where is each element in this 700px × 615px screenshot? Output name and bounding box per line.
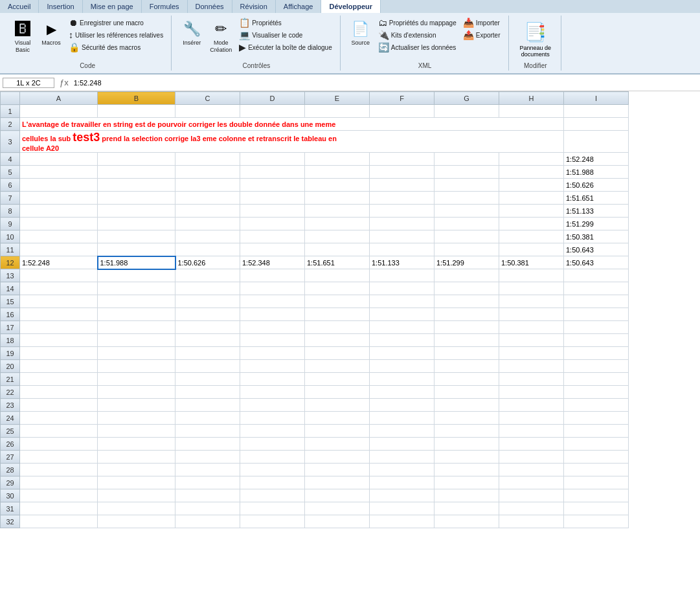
cell-g12[interactable]: 1:51.299 — [435, 256, 499, 269]
macros-button[interactable]: ▶ Macros — [38, 17, 65, 49]
enregistrer-macro-button[interactable]: ⏺ Enregistrer une macro — [66, 17, 166, 28]
inserer-button[interactable]: 🔧 Insérer — [178, 17, 205, 49]
cell-e9[interactable] — [305, 218, 370, 230]
importer-button[interactable]: 📥 Importer — [460, 17, 503, 28]
cell-e8[interactable] — [305, 205, 370, 218]
securite-macros-button[interactable]: 🔒 Sécurité des macros — [66, 41, 166, 53]
cell-i7[interactable]: 1:51.651 — [564, 192, 629, 205]
cell-h1[interactable] — [499, 105, 564, 118]
kits-extension-button[interactable]: 🔌 Kits d'extension — [376, 29, 459, 41]
cell-i4[interactable]: 1:52.248 — [564, 153, 629, 166]
visualiser-code-button[interactable]: 💻 Visualiser le code — [236, 29, 335, 41]
cell-f9[interactable] — [370, 218, 435, 230]
cell-f1[interactable] — [370, 105, 435, 118]
cell-a4[interactable] — [20, 153, 98, 166]
cell-d7[interactable] — [240, 192, 305, 205]
cell-c4[interactable] — [175, 153, 240, 166]
cell-i6[interactable]: 1:50.626 — [564, 179, 629, 192]
proprietes-mappage-button[interactable]: 🗂 Propriétés du mappage — [376, 17, 459, 28]
cell-g8[interactable] — [435, 205, 499, 218]
cell-g11[interactable] — [435, 243, 499, 256]
cell-h4[interactable] — [499, 153, 564, 166]
col-header-i[interactable]: I — [564, 92, 629, 105]
col-header-e[interactable]: E — [305, 92, 370, 105]
cell-f4[interactable] — [370, 153, 435, 166]
cell-b9[interactable] — [98, 218, 175, 230]
cell-h12[interactable]: 1:50.381 — [499, 256, 564, 269]
cell-e10[interactable] — [305, 230, 370, 243]
cell-i11[interactable]: 1:50.643 — [564, 243, 629, 256]
cell-f6[interactable] — [370, 179, 435, 192]
cell-a10[interactable] — [20, 230, 98, 243]
name-box[interactable] — [3, 78, 54, 88]
cell-f10[interactable] — [370, 230, 435, 243]
cell-b12[interactable]: 1:51.988 — [98, 256, 175, 269]
cell-i8[interactable]: 1:51.133 — [564, 205, 629, 218]
cell-f5[interactable] — [370, 166, 435, 179]
cell-c11[interactable] — [175, 243, 240, 256]
cell-a11[interactable] — [20, 243, 98, 256]
cell-d10[interactable] — [240, 230, 305, 243]
cell-c12[interactable]: 1:50.626 — [175, 256, 240, 269]
cell-d5[interactable] — [240, 166, 305, 179]
cell-i3[interactable] — [564, 131, 629, 153]
cell-d6[interactable] — [240, 179, 305, 192]
cell-b11[interactable] — [98, 243, 175, 256]
cell-a3-merged[interactable]: cellules la sub test3 prend la selection… — [20, 131, 564, 153]
cell-b8[interactable] — [98, 205, 175, 218]
cell-d11[interactable] — [240, 243, 305, 256]
references-relatives-button[interactable]: ↕ Utiliser les références relatives — [66, 29, 166, 41]
tab-mise-en-page[interactable]: Mise en page — [83, 0, 142, 13]
col-header-g[interactable]: G — [435, 92, 499, 105]
cell-h5[interactable] — [499, 166, 564, 179]
cell-a8[interactable] — [20, 205, 98, 218]
cell-i9[interactable]: 1:51.299 — [564, 218, 629, 230]
cell-c5[interactable] — [175, 166, 240, 179]
col-header-b[interactable]: B — [98, 92, 175, 105]
cell-i5[interactable]: 1:51.988 — [564, 166, 629, 179]
cell-a12[interactable]: 1:52.248 — [20, 256, 98, 269]
tab-revision[interactable]: Révision — [232, 0, 276, 13]
cell-e5[interactable] — [305, 166, 370, 179]
cell-a6[interactable] — [20, 179, 98, 192]
cell-h8[interactable] — [499, 205, 564, 218]
cell-f8[interactable] — [370, 205, 435, 218]
cell-d12[interactable]: 1:52.348 — [240, 256, 305, 269]
cell-a5[interactable] — [20, 166, 98, 179]
cell-a9[interactable] — [20, 218, 98, 230]
cell-h7[interactable] — [499, 192, 564, 205]
cell-f11[interactable] — [370, 243, 435, 256]
tab-affichage[interactable]: Affichage — [276, 0, 322, 13]
cell-b1[interactable] — [98, 105, 175, 118]
cell-g1[interactable] — [435, 105, 499, 118]
cell-b5[interactable] — [98, 166, 175, 179]
cell-i12[interactable]: 1:50.643 — [564, 256, 629, 269]
cell-d1[interactable] — [240, 105, 305, 118]
tab-donnees[interactable]: Données — [188, 0, 232, 13]
cell-i10[interactable]: 1:50.381 — [564, 230, 629, 243]
cell-e12[interactable]: 1:51.651 — [305, 256, 370, 269]
cell-c6[interactable] — [175, 179, 240, 192]
tab-formules[interactable]: Formules — [142, 0, 188, 13]
col-header-c[interactable]: C — [175, 92, 240, 105]
cell-b6[interactable] — [98, 179, 175, 192]
executer-boite-button[interactable]: ▶ Exécuter la boîte de dialogue — [236, 41, 335, 53]
tab-accueil[interactable]: Accueil — [0, 0, 39, 13]
spreadsheet[interactable]: A B C D E F G H I 1 — [0, 91, 700, 612]
panneau-documents-button[interactable]: 📑 Panneau dedocuments — [515, 17, 556, 61]
tab-developpeur[interactable]: Développeur — [321, 0, 381, 13]
cell-g5[interactable] — [435, 166, 499, 179]
source-button[interactable]: 📄 Source — [347, 17, 374, 49]
cell-c10[interactable] — [175, 230, 240, 243]
cell-h6[interactable] — [499, 179, 564, 192]
cell-e11[interactable] — [305, 243, 370, 256]
cell-e6[interactable] — [305, 179, 370, 192]
cell-b10[interactable] — [98, 230, 175, 243]
cell-d9[interactable] — [240, 218, 305, 230]
exporter-button[interactable]: 📤 Exporter — [460, 29, 503, 41]
cell-c1[interactable] — [175, 105, 240, 118]
actualiser-donnees-button[interactable]: 🔄 Actualiser les données — [376, 41, 459, 53]
col-header-d[interactable]: D — [240, 92, 305, 105]
cell-a1[interactable] — [20, 105, 98, 118]
cell-i2[interactable] — [564, 118, 629, 131]
